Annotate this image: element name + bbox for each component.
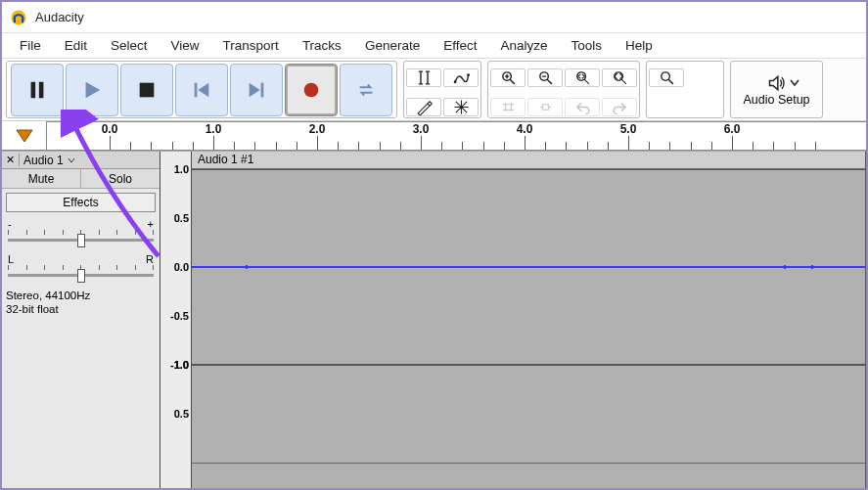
waveform-channel-left[interactable] (192, 169, 865, 365)
playhead-triangle-icon (15, 128, 34, 144)
gain-minus-label: - (8, 218, 12, 230)
ruler-label: 3.0 (413, 122, 430, 136)
stop-button[interactable] (120, 64, 173, 116)
zero-line (192, 463, 865, 464)
mute-button[interactable]: Mute (2, 169, 81, 188)
zoom-in-button[interactable] (490, 68, 525, 87)
vscale-label: 0.0 (174, 261, 189, 273)
loop-button[interactable] (340, 64, 392, 116)
envelope-tool-button[interactable] (443, 68, 479, 87)
tracks-area: ✕ Audio 1 Mute Solo Effects -+ LR Stereo… (2, 151, 866, 488)
skip-start-button[interactable] (175, 64, 228, 116)
title-bar: Audacity (2, 2, 866, 33)
vscale-label: 0.5 (174, 212, 189, 224)
pan-slider-thumb[interactable] (77, 269, 85, 283)
fit-selection-button[interactable] (565, 68, 600, 87)
mute-solo-row: Mute Solo (2, 169, 160, 189)
transport-toolbar (6, 61, 397, 118)
zoom-toggle-toolbar (646, 61, 724, 118)
track-format-info: Stereo, 44100Hz 32-bit float (2, 287, 160, 319)
svg-point-10 (467, 73, 470, 76)
audio-setup-button[interactable]: Audio Setup (730, 61, 823, 118)
vscale-label: 1.0 (174, 163, 189, 175)
vscale-label: 1.0 (174, 359, 189, 371)
waveform-channel-right[interactable] (192, 365, 865, 488)
zoom-toggle-button[interactable] (649, 68, 684, 87)
chevron-down-icon (68, 156, 75, 164)
play-button[interactable] (66, 64, 118, 116)
app-logo-icon (10, 9, 27, 26)
zoom-out-button[interactable] (527, 68, 563, 87)
svg-rect-2 (22, 18, 23, 22)
svg-rect-4 (39, 81, 44, 98)
silence-button[interactable] (527, 98, 563, 116)
waveform (192, 266, 865, 268)
menu-transport[interactable]: Transport (211, 36, 291, 55)
ruler-label: 0.0 (102, 122, 118, 136)
menu-tools[interactable]: Tools (559, 36, 614, 55)
svg-rect-7 (261, 82, 264, 97)
redo-button[interactable] (602, 98, 637, 116)
track-header: ✕ Audio 1 (2, 152, 160, 169)
pan-left-label: L (8, 253, 14, 265)
menu-effect[interactable]: Effect (432, 36, 488, 55)
track-name-label: Audio 1 (23, 154, 64, 167)
timeline: 0.01.02.03.04.05.06.0 (2, 121, 866, 151)
track-meta-line1: Stereo, 44100Hz (6, 289, 156, 302)
track-name-dropdown[interactable]: Audio 1 (20, 154, 160, 167)
svg-rect-5 (140, 82, 155, 97)
menu-edit[interactable]: Edit (53, 36, 99, 55)
vscale-label: -0.5 (170, 310, 189, 322)
svg-point-8 (304, 82, 319, 97)
ruler-label: 2.0 (309, 122, 326, 136)
menu-generate[interactable]: Generate (353, 36, 432, 55)
svg-rect-3 (31, 81, 36, 98)
ruler-label: 4.0 (517, 122, 533, 136)
trim-button[interactable] (490, 98, 525, 116)
gain-slider[interactable]: -+ (2, 216, 160, 251)
time-ruler[interactable]: 0.01.02.03.04.05.06.0 (47, 121, 866, 150)
track-meta-line2: 32-bit float (6, 302, 156, 316)
multi-tool-button[interactable] (443, 98, 479, 116)
menu-analyze[interactable]: Analyze (488, 36, 559, 55)
ruler-label: 5.0 (620, 122, 637, 136)
svg-rect-6 (195, 82, 198, 97)
audio-setup-label: Audio Setup (743, 93, 809, 107)
svg-rect-1 (14, 18, 16, 22)
clip-title[interactable]: Audio 1 #1 (192, 152, 865, 169)
toolbar-row: Audio Setup (2, 59, 866, 121)
menu-help[interactable]: Help (614, 36, 664, 55)
track-close-button[interactable]: ✕ (2, 154, 20, 166)
menu-bar: File Edit Select View Transport Tracks G… (2, 33, 866, 59)
fit-project-button[interactable] (602, 68, 637, 87)
gain-plus-label: + (148, 218, 154, 230)
chevron-down-icon (790, 79, 799, 87)
tools-toolbar (403, 61, 481, 118)
track-control-panel: ✕ Audio 1 Mute Solo Effects -+ LR Stereo… (2, 152, 160, 488)
menu-tracks[interactable]: Tracks (291, 36, 353, 55)
effects-button[interactable]: Effects (6, 193, 156, 212)
record-button[interactable] (285, 64, 338, 116)
window-title: Audacity (35, 10, 84, 24)
menu-file[interactable]: File (8, 36, 53, 55)
draw-tool-button[interactable] (406, 98, 441, 116)
solo-button[interactable]: Solo (81, 169, 160, 188)
undo-button[interactable] (565, 98, 600, 116)
menu-select[interactable]: Select (99, 36, 160, 55)
vertical-scale: 1.00.50.0-0.5-1.01.00.5 (160, 152, 192, 488)
edit-toolbar (487, 61, 640, 118)
gain-slider-thumb[interactable] (77, 234, 85, 247)
vscale-label: 0.5 (174, 408, 189, 420)
timeline-head[interactable] (2, 121, 47, 150)
pan-right-label: R (146, 253, 154, 265)
ruler-label: 1.0 (206, 122, 222, 136)
menu-view[interactable]: View (160, 36, 211, 55)
skip-end-button[interactable] (230, 64, 283, 116)
selection-tool-button[interactable] (406, 68, 441, 87)
waveform-area[interactable]: Audio 1 #1 (192, 152, 866, 488)
ruler-label: 6.0 (724, 122, 741, 136)
pan-slider[interactable]: LR (2, 251, 160, 287)
pause-button[interactable] (11, 64, 64, 116)
svg-point-9 (453, 80, 456, 83)
speaker-icon (763, 73, 791, 93)
